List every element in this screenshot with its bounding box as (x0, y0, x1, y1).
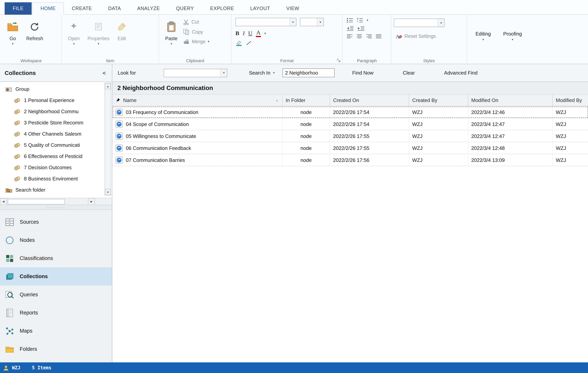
font-size-combo[interactable]: ▾ (300, 18, 324, 26)
sidebar-item-label: Classifications (20, 255, 53, 261)
ribbon-tab[interactable]: HOME (32, 2, 64, 15)
search-scope-input[interactable] (282, 68, 335, 77)
paste-button[interactable]: Paste ▾ (161, 15, 181, 57)
ribbon-tab[interactable]: LAYOUT (242, 2, 278, 15)
reports-icon (5, 308, 15, 317)
column-header-modified-by[interactable]: Modified By (553, 95, 588, 106)
reset-settings-button[interactable]: A Reset Settings (394, 33, 445, 39)
search-folder-item[interactable]: Search folder (0, 184, 112, 196)
collapse-panel-button[interactable]: < (101, 70, 107, 76)
refresh-button[interactable]: Refresh (22, 15, 47, 57)
look-for-combo[interactable]: ▾ (164, 69, 227, 77)
bullet-list-button[interactable] (346, 18, 353, 23)
sidebar-item-collections[interactable]: Collections (0, 267, 112, 285)
scroll-up-button[interactable]: ▲ (105, 83, 111, 89)
table-row[interactable]: 06 Communication Feedback node 2022/2/26… (112, 142, 588, 154)
group-icon (5, 86, 12, 92)
ribbon-tab[interactable]: QUERY (168, 2, 202, 15)
numbered-list-button[interactable] (357, 18, 363, 23)
properties-button[interactable]: Properties ▾ (84, 15, 113, 57)
decrease-indent-button[interactable] (346, 26, 354, 31)
reset-settings-icon: A (395, 33, 402, 39)
mid-row: Collections < Look for ▾ Search In ▾ Fin… (0, 64, 588, 82)
proofing-dropdown[interactable]: Proofing ▾ (497, 22, 528, 49)
sidebar-item-maps[interactable]: Maps (0, 322, 112, 340)
go-button[interactable]: Go ▾ (3, 15, 22, 57)
ribbon-tab[interactable]: VIEW (278, 2, 307, 15)
sidebar-item-classifications[interactable]: Classifications (0, 249, 112, 267)
ribbon-tab[interactable]: FILE (5, 2, 32, 15)
find-now-button[interactable]: Find Now (352, 70, 373, 76)
column-header-created-by[interactable]: Created By (409, 95, 468, 106)
cell-created-on: 2022/2/26 17:54 (330, 106, 409, 118)
scroll-down-button[interactable]: ▼ (105, 189, 111, 195)
refresh-icon (30, 19, 40, 35)
tree-item-label: 6 Effectiveness of Pesticid (24, 153, 82, 159)
ribbon-tab[interactable]: CREATE (64, 2, 100, 15)
open-button[interactable]: Open ▾ (64, 15, 84, 57)
sidebar-item-sources[interactable]: Sources (0, 213, 112, 231)
tree-item[interactable]: 1 Personal Experience (0, 95, 112, 106)
table-row[interactable]: 05 Willingness to Communicate node 2022/… (112, 130, 588, 142)
sidebar-item-reports[interactable]: Reports (0, 304, 112, 322)
tree-root-group[interactable]: Group (0, 83, 112, 95)
ribbon-tab[interactable]: DATA (100, 2, 129, 15)
splitter-handle[interactable]: ········· (0, 205, 112, 210)
cut-button[interactable]: Cut (181, 19, 211, 25)
tree-item[interactable]: 2 Neighborhood Commu (0, 106, 112, 117)
align-right-button[interactable] (366, 34, 372, 39)
table-row[interactable]: 07 Communication Barries node 2022/2/26 … (112, 154, 588, 166)
highlight-button[interactable] (235, 40, 242, 46)
cell-modified-on: 2022/3/4 12:46 (468, 106, 553, 118)
tree-item[interactable]: 5 Quality of Communicati (0, 140, 112, 151)
cell-modified-on: 2022/3/4 12:47 (468, 130, 553, 142)
styles-combo[interactable]: ▾ (394, 19, 445, 27)
tree-horizontal-scrollbar[interactable]: ◀ ▶ (0, 198, 112, 205)
cell-modified-by: WZJ (553, 130, 588, 142)
tree-item[interactable]: 6 Effectiveness of Pesticid (0, 151, 112, 162)
align-center-button[interactable] (356, 34, 362, 39)
set-icon (14, 98, 21, 103)
clear-button[interactable]: Clear (403, 70, 415, 76)
sidebar-item-folders[interactable]: Folders (0, 340, 112, 358)
cut-scissors-icon (183, 19, 189, 25)
border-line-button[interactable] (246, 41, 252, 46)
look-for-label: Look for (118, 70, 136, 76)
italic-button[interactable]: I (243, 30, 245, 36)
merge-button[interactable]: Merge ▾ (181, 38, 211, 45)
column-header-name[interactable]: Name ▲ (112, 95, 283, 106)
scroll-left-button[interactable]: ◀ (0, 198, 7, 205)
table-row[interactable]: 04 Scope of Communication node 2022/2/26… (112, 118, 588, 130)
column-header-created-on[interactable]: Created On (330, 95, 409, 106)
scrollbar-track[interactable] (105, 89, 111, 189)
increase-indent-button[interactable] (357, 26, 365, 31)
column-header-modified-on[interactable]: Modified On (468, 95, 553, 106)
sidebar-item-queries[interactable]: Queries (0, 285, 112, 304)
set-icon (14, 154, 21, 159)
table-row[interactable]: 03 Frequency of Communication node 2022/… (112, 106, 588, 118)
font-color-button[interactable]: A (256, 29, 261, 37)
tree-item[interactable]: 8 Businesss Enviroment (0, 173, 112, 184)
justify-button[interactable] (376, 34, 382, 39)
align-left-button[interactable] (346, 34, 353, 39)
underline-button[interactable]: U (248, 30, 252, 36)
tree-vertical-scrollbar[interactable]: ▲ ▼ (105, 83, 111, 196)
scroll-right-button[interactable]: ▶ (88, 198, 95, 205)
editing-dropdown[interactable]: Editing ▾ (469, 22, 497, 49)
bold-button[interactable]: B (235, 30, 239, 36)
go-folder-icon (7, 19, 19, 35)
tree-item[interactable]: 7 Decision Outcomes (0, 162, 112, 173)
column-header-in-folder[interactable]: In Folder (283, 95, 330, 106)
search-in-dropdown[interactable]: Search In ▾ (249, 70, 275, 76)
copy-button[interactable]: Copy (181, 28, 211, 35)
ribbon-tab[interactable]: ANALYZE (129, 2, 168, 15)
ribbon-tab[interactable]: EXPLORE (202, 2, 242, 15)
font-name-combo[interactable]: ▾ (235, 18, 296, 26)
cell-modified-on: 2022/3/4 12:47 (468, 118, 553, 130)
edit-button[interactable]: Edit (113, 15, 130, 57)
advanced-find-button[interactable]: Advanced Find (444, 70, 477, 76)
hscroll-track[interactable] (8, 199, 65, 204)
sidebar-item-nodes[interactable]: Nodes (0, 231, 112, 249)
tree-item[interactable]: 4 Other Channels Salesm (0, 128, 112, 140)
tree-item[interactable]: 3 Pesticide Store Recomm (0, 117, 112, 128)
